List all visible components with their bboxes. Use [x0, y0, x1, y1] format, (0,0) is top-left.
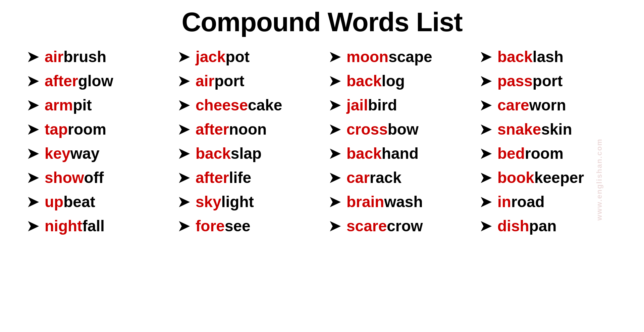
word-part2: light — [221, 193, 254, 210]
word-part1: air — [196, 72, 214, 90]
word-part1: tap — [45, 121, 68, 138]
word-part2: see — [225, 217, 251, 235]
word-part2: beat — [63, 193, 95, 210]
word-part1: moon — [346, 48, 388, 65]
arrow-icon: ➤ — [329, 145, 340, 162]
list-item: ➤jailbird — [329, 96, 466, 114]
arrow-icon: ➤ — [329, 73, 340, 89]
compound-word: bedroom — [497, 144, 564, 162]
compound-word: backslap — [196, 144, 262, 162]
arrow-icon: ➤ — [480, 194, 491, 210]
word-part1: bed — [497, 145, 525, 162]
word-part2: slap — [231, 145, 262, 162]
compound-word: airbrush — [45, 48, 106, 66]
arrow-icon: ➤ — [178, 97, 190, 113]
compound-word: backhand — [346, 144, 419, 162]
list-item: ➤inroad — [480, 193, 617, 211]
word-part2: port — [533, 72, 562, 90]
word-part2: skin — [541, 121, 572, 138]
list-item: ➤scarecrow — [329, 217, 466, 235]
arrow-icon: ➤ — [329, 49, 340, 65]
list-item: ➤bookkeeper — [480, 169, 617, 187]
word-part1: cheese — [196, 96, 248, 114]
list-item: ➤airport — [178, 72, 315, 90]
arrow-icon: ➤ — [27, 170, 39, 186]
compound-word: careworn — [497, 96, 566, 114]
compound-word: snakeskin — [497, 120, 572, 138]
compound-word: moonscape — [346, 48, 432, 66]
compound-word: backlash — [497, 48, 564, 66]
compound-word: scarecrow — [346, 217, 423, 235]
word-part1: brain — [346, 193, 384, 210]
word-part2: wash — [384, 193, 423, 210]
word-part2: way — [70, 145, 100, 162]
word-part1: after — [45, 72, 78, 90]
list-item: ➤careworn — [480, 96, 617, 114]
arrow-icon: ➤ — [329, 170, 340, 186]
list-item: ➤afterlife — [178, 169, 315, 187]
word-part2: keeper — [534, 169, 584, 186]
word-part2: noon — [229, 121, 267, 138]
word-part2: crow — [387, 217, 423, 235]
compound-word: afternoon — [196, 120, 267, 138]
word-part2: road — [511, 193, 545, 210]
compound-word: upbeat — [45, 193, 95, 211]
list-item: ➤backlog — [329, 72, 466, 90]
word-part2: port — [214, 72, 244, 90]
arrow-icon: ➤ — [178, 121, 190, 138]
list-item: ➤afterglow — [27, 72, 164, 90]
word-part1: back — [346, 145, 382, 162]
compound-word: cheesecake — [196, 96, 282, 114]
compound-word: keyway — [45, 144, 100, 162]
compound-word: airport — [196, 72, 245, 90]
list-item: ➤jackpot — [178, 48, 315, 66]
word-part1: pass — [497, 72, 533, 90]
list-item: ➤showoff — [27, 169, 164, 187]
word-part2: rack — [370, 169, 401, 186]
page-title: Compound Words List — [181, 7, 462, 38]
word-part2: hand — [382, 145, 419, 162]
word-part1: show — [45, 169, 84, 186]
word-part1: jack — [196, 48, 226, 65]
arrow-icon: ➤ — [480, 170, 491, 186]
word-part1: scare — [346, 217, 387, 235]
word-part2: pot — [226, 48, 250, 65]
list-item: ➤nightfall — [27, 217, 164, 235]
word-part2: log — [382, 72, 405, 90]
arrow-icon: ➤ — [329, 194, 340, 210]
list-item: ➤passport — [480, 72, 617, 90]
word-part2: scape — [388, 48, 432, 65]
list-item: ➤bedroom — [480, 144, 617, 162]
arrow-icon: ➤ — [27, 121, 39, 138]
word-part1: in — [497, 193, 511, 210]
word-part1: book — [497, 169, 534, 186]
list-item: ➤taproom — [27, 120, 164, 138]
list-item: ➤backslap — [178, 144, 315, 162]
word-part1: air — [45, 48, 63, 65]
arrow-icon: ➤ — [178, 145, 190, 162]
list-item: ➤snakeskin — [480, 120, 617, 138]
compound-word: passport — [497, 72, 562, 90]
word-part2: brush — [63, 48, 106, 65]
arrow-icon: ➤ — [178, 194, 190, 210]
arrow-icon: ➤ — [27, 49, 39, 65]
compound-word: showoff — [45, 169, 104, 187]
column-3: ➤moonscape➤backlog➤jailbird➤crossbow➤bac… — [322, 48, 473, 235]
column-4: ➤backlash➤passport➤careworn➤snakeskin➤be… — [473, 48, 624, 235]
word-part2: room — [68, 121, 106, 138]
list-item: ➤keyway — [27, 144, 164, 162]
arrow-icon: ➤ — [329, 121, 340, 138]
list-item: ➤foresee — [178, 217, 315, 235]
arrow-icon: ➤ — [329, 97, 340, 113]
list-item: ➤backlash — [480, 48, 617, 66]
compound-word: backlog — [346, 72, 405, 90]
word-part2: bird — [368, 96, 397, 114]
word-part1: dish — [497, 217, 529, 235]
arrow-icon: ➤ — [480, 97, 491, 113]
list-item: ➤carrack — [329, 169, 466, 187]
word-part1: back — [346, 72, 382, 90]
list-item: ➤crossbow — [329, 120, 466, 138]
word-part2: lash — [533, 48, 564, 65]
list-item: ➤backhand — [329, 144, 466, 162]
list-item: ➤upbeat — [27, 193, 164, 211]
